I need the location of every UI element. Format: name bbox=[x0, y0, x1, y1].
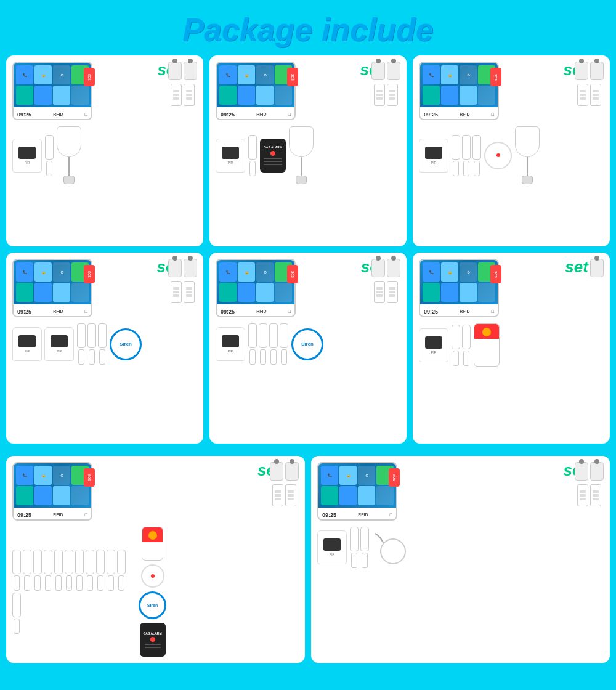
door-sensors-h bbox=[350, 527, 369, 568]
pir-sensor-c: PIR bbox=[419, 139, 448, 172]
remote-d1 bbox=[171, 281, 182, 303]
alarm-panel-c: 📞 🔒 ⚙ 09:25 RFID □ SOS bbox=[419, 62, 499, 123]
set-b-bottom: PIR GAS ALARM bbox=[216, 126, 400, 184]
set-g-bottom: Siren GAS ALARM bbox=[12, 527, 299, 657]
smoke-detector-g bbox=[141, 564, 164, 588]
remote-c2 bbox=[590, 84, 601, 106]
outdoor-siren-f bbox=[474, 323, 500, 367]
set-d-bottom: PIR PIR Siren bbox=[12, 323, 197, 365]
rfid-tag-b1 bbox=[371, 62, 385, 80]
rfid-tag-c2 bbox=[590, 62, 604, 80]
remote-e1 bbox=[374, 281, 385, 303]
wired-siren bbox=[57, 126, 81, 184]
set-g-top: 📞 🔒 ⚙ 09:25 RFID □ SOS bbox=[12, 462, 299, 523]
remote-b1 bbox=[374, 84, 385, 106]
set-b-top: 📞 🔒 ⚙ 09:25 RFID □ SOS bbox=[216, 62, 400, 123]
water-sensor-h bbox=[372, 530, 406, 564]
remote-1 bbox=[171, 84, 182, 106]
alarm-panel-g: 📞 🔒 ⚙ 09:25 RFID □ SOS bbox=[12, 462, 92, 523]
remote-e2 bbox=[387, 281, 398, 303]
pir-sensor-e: PIR bbox=[216, 327, 245, 361]
remote-h1 bbox=[577, 484, 588, 506]
door-sensors-e bbox=[248, 323, 288, 365]
remote-2 bbox=[184, 84, 195, 106]
rfid-tag-h2 bbox=[590, 462, 604, 481]
pir-sensor-f: PIR bbox=[419, 328, 448, 362]
gas-detector-b: GAS ALARM bbox=[260, 139, 286, 172]
outdoor-siren-g bbox=[142, 527, 163, 561]
set-e-top: 📞 🔒 ⚙ 09:25 RFID □ SOS bbox=[216, 259, 400, 320]
rfid-tag-d1 bbox=[168, 259, 182, 277]
door-sensor-a bbox=[45, 135, 54, 176]
sos-button-h: SOS bbox=[389, 468, 400, 487]
door-sensor-b bbox=[248, 135, 257, 176]
pir-sensor-h: PIR bbox=[317, 530, 347, 564]
rfid-tag-1 bbox=[168, 62, 182, 80]
set-c-box: set C 📞 🔒 ⚙ 09:25 R bbox=[413, 55, 610, 246]
wired-siren-c bbox=[515, 126, 540, 184]
sos-button-e: SOS bbox=[287, 265, 298, 283]
set-g-specials: Siren GAS ALARM bbox=[139, 527, 166, 657]
set-d-box: set D 📞 🔒 ⚙ 09:25 R bbox=[6, 253, 203, 444]
alarm-panel-f: 📞 🔒 ⚙ 09:25 RFID □ SOS bbox=[419, 259, 499, 320]
door-sensors-f bbox=[452, 325, 471, 366]
siren-round-d: Siren bbox=[110, 328, 142, 360]
set-a-bottom: PIR bbox=[12, 126, 197, 184]
remote-g1 bbox=[272, 484, 283, 506]
pir-sensor: PIR bbox=[12, 139, 42, 172]
set-e-box: set E 📞 🔒 ⚙ 09:25 R bbox=[209, 253, 407, 444]
rfid-tag-g2 bbox=[285, 462, 299, 481]
sos-button-c: SOS bbox=[490, 68, 501, 86]
remote-c1 bbox=[577, 84, 588, 106]
siren-round-e: Siren bbox=[291, 328, 323, 360]
set-f-box: set F 📞 🔒 ⚙ 09:25 R bbox=[413, 253, 610, 444]
door-sensors-g bbox=[12, 550, 136, 634]
alarm-panel-b: 📞 🔒 ⚙ 09:25 RFID □ SOS bbox=[216, 62, 296, 123]
gas-detector-g: GAS ALARM bbox=[140, 623, 166, 657]
sos-button-f: SOS bbox=[490, 265, 501, 283]
page-title: Package include bbox=[0, 0, 616, 55]
rfid-tag-2 bbox=[184, 62, 197, 80]
remote-d2 bbox=[184, 281, 195, 303]
alarm-panel-h: 📞 🔒 ⚙ 09:25 RFID □ SOS bbox=[317, 462, 397, 523]
set-b-box: set B 📞 🔒 ⚙ 09:25 R bbox=[209, 55, 407, 246]
rfid-tag-e1 bbox=[371, 259, 385, 277]
set-h-bottom: PIR bbox=[317, 527, 604, 568]
sos-button-b: SOS bbox=[287, 68, 298, 86]
remote-b2 bbox=[387, 84, 398, 106]
set-h-top: 📞 🔒 ⚙ 09:25 RFID □ SOS bbox=[317, 462, 604, 523]
set-c-top: 📞 🔒 ⚙ 09:25 RFID □ SOS bbox=[419, 62, 604, 123]
bottom-grid: set G 📞 🔒 ⚙ 09:25 R bbox=[0, 456, 616, 669]
sos-button: SOS bbox=[84, 68, 95, 86]
alarm-panel-a: 📞 🔒 ⚙ 09:25 RFID □ SOS bbox=[12, 62, 92, 123]
set-d-top: 📞 🔒 ⚙ 09:25 RFID □ SOS bbox=[12, 259, 197, 320]
smoke-detector-c bbox=[484, 142, 512, 169]
set-f-bottom: PIR bbox=[419, 323, 604, 367]
remote-h2 bbox=[590, 484, 601, 506]
rfid-tag-b2 bbox=[387, 62, 400, 80]
rfid-tag-d2 bbox=[184, 259, 197, 277]
set-h-box: set H 📞 🔒 ⚙ 09:25 R bbox=[311, 456, 610, 663]
sos-button-g: SOS bbox=[84, 468, 95, 487]
rfid-tag-g1 bbox=[270, 462, 283, 481]
door-sensors-d bbox=[77, 323, 107, 365]
remote-g2 bbox=[285, 484, 296, 506]
rfid-tag-h1 bbox=[575, 462, 588, 481]
sets-grid: set A 📞 🔒 ⚙ 09:25 R bbox=[0, 55, 616, 456]
set-e-bottom: PIR Siren bbox=[216, 323, 400, 365]
door-sensors-c bbox=[452, 135, 481, 176]
set-a-top: 📞 🔒 ⚙ 09:25 RFID □ SOS bbox=[12, 62, 197, 123]
rfid-tag-f1 bbox=[590, 259, 604, 277]
set-g-box: set G 📞 🔒 ⚙ 09:25 R bbox=[6, 456, 305, 663]
set-c-bottom: PIR bbox=[419, 126, 604, 184]
pir-sensor-b: PIR bbox=[216, 139, 245, 172]
rfid-tag-c1 bbox=[575, 62, 588, 80]
wired-siren-b bbox=[289, 126, 314, 184]
siren-round-g: Siren bbox=[139, 591, 166, 619]
pir-sensors-d: PIR PIR bbox=[12, 327, 74, 361]
set-a-box: set A 📞 🔒 ⚙ 09:25 R bbox=[6, 55, 203, 246]
alarm-panel-e: 📞 🔒 ⚙ 09:25 RFID □ SOS bbox=[216, 259, 296, 320]
alarm-panel-d: 📞 🔒 ⚙ 09:25 RFID □ SOS bbox=[12, 259, 92, 320]
set-f-accessories bbox=[590, 259, 604, 277]
sos-button-d: SOS bbox=[84, 265, 95, 283]
